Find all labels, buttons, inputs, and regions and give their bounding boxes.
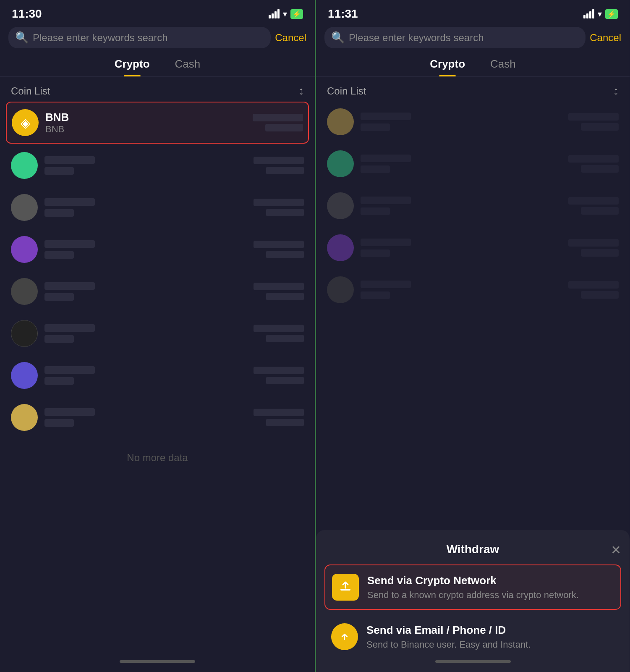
sort-icon-right[interactable]: ↕	[613, 84, 619, 97]
wifi-icon-left: ▾	[283, 9, 287, 19]
blurred-val-r3a	[568, 197, 619, 205]
coin-amount-r5	[568, 281, 619, 299]
blurred-val-r5a	[568, 281, 619, 289]
blurred-val-6a	[254, 325, 304, 332]
coin-info-7	[44, 366, 254, 385]
coin-item-4[interactable]	[6, 229, 309, 270]
blurred-val-r3b	[581, 207, 619, 215]
blurred-name-r1	[361, 113, 411, 120]
blurred-val-5b	[266, 293, 304, 300]
tab-crypto-right[interactable]: Crypto	[430, 58, 465, 76]
search-input-right[interactable]: 🔍 Please enter keywords search	[324, 27, 586, 48]
option-title-email: Send via Email / Phone / ID	[366, 624, 531, 637]
coin-amount-7	[254, 367, 304, 384]
coin-amount-8	[254, 409, 304, 426]
blurred-sym-r3	[361, 207, 390, 215]
wifi-icon-right: ▾	[598, 9, 602, 19]
option-email-phone[interactable]: Send via Email / Phone / ID Send to Bina…	[324, 615, 621, 659]
tabs-right: Crypto Cash	[316, 52, 630, 77]
coin-item-r1	[322, 102, 624, 142]
coin-item-7[interactable]	[6, 355, 309, 396]
blurred-val-2b	[266, 167, 304, 174]
coin-name-bnb: BNB	[45, 111, 253, 124]
blurred-val-r2b	[581, 165, 619, 173]
cancel-button-right[interactable]: Cancel	[590, 32, 621, 44]
search-placeholder-right: Please enter keywords search	[349, 32, 484, 44]
tab-cash-right[interactable]: Cash	[490, 58, 516, 76]
option-crypto-network[interactable]: Send via Crypto Network Send to a known …	[324, 564, 621, 610]
blurred-amount-2	[265, 124, 303, 131]
blurred-name-6	[44, 324, 95, 332]
coin-info-3	[44, 198, 254, 217]
tabs-left: Crypto Cash	[0, 52, 315, 77]
right-panel: 11:31 ▾ ⚡ 🔍 Please enter keywords search…	[315, 0, 630, 672]
blurred-sym-4	[44, 251, 74, 259]
coin-icon-4	[11, 236, 38, 263]
coin-list-left: ◈ BNB BNB	[0, 102, 315, 655]
blurred-name-r2	[361, 155, 411, 162]
coin-amount-2	[254, 157, 304, 174]
upload-icon	[332, 574, 359, 601]
blurred-val-r5b	[581, 291, 619, 299]
status-icons-left: ▾ ⚡	[269, 9, 303, 19]
coin-info-8	[44, 408, 254, 427]
blurred-sym-r5	[361, 291, 390, 299]
coin-item-bnb[interactable]: ◈ BNB BNB	[6, 102, 309, 144]
blurred-name-7	[44, 366, 95, 374]
blurred-name-r4	[361, 239, 411, 246]
blurred-val-r2a	[568, 155, 619, 163]
coin-icon-8	[11, 404, 38, 431]
blurred-name-r3	[361, 197, 411, 204]
status-time-right: 11:31	[328, 7, 358, 21]
coin-amount-r1	[568, 113, 619, 131]
blurred-val-r4a	[568, 239, 619, 247]
coin-item-5[interactable]	[6, 271, 309, 312]
tab-crypto-left[interactable]: Crypto	[115, 58, 150, 76]
sheet-title: Withdraw	[447, 543, 499, 556]
coin-info-6	[44, 324, 254, 343]
cancel-button-left[interactable]: Cancel	[275, 32, 306, 44]
blurred-name-r5	[361, 281, 411, 288]
blurred-val-3a	[254, 199, 304, 206]
coin-item-r5	[322, 270, 624, 310]
coin-item-3[interactable]	[6, 187, 309, 228]
blurred-val-5a	[254, 283, 304, 290]
tab-cash-left[interactable]: Cash	[175, 58, 201, 76]
blurred-name-3	[44, 198, 95, 206]
bottom-sheet: Withdraw ✕ Send via Crypto Network Send …	[316, 530, 630, 672]
status-icons-right: ▾ ⚡	[583, 9, 618, 19]
sheet-close-button[interactable]: ✕	[611, 543, 621, 557]
search-input-left[interactable]: 🔍 Please enter keywords search	[8, 27, 271, 48]
coin-amount-3	[254, 199, 304, 216]
blurred-val-2a	[254, 157, 304, 164]
blurred-sym-7	[44, 377, 74, 385]
coin-icon-2	[11, 152, 38, 179]
blurred-name-5	[44, 282, 95, 290]
blurred-name-2	[44, 156, 95, 164]
blurred-sym-r2	[361, 165, 390, 173]
coin-item-8[interactable]	[6, 397, 309, 438]
blurred-amount-1	[253, 114, 303, 121]
search-icon-right: 🔍	[331, 31, 345, 44]
coin-icon-3	[11, 194, 38, 221]
coin-item-r3	[322, 186, 624, 226]
coin-list-header-left: Coin List ↕	[0, 77, 315, 102]
coin-icon-r5	[327, 276, 354, 303]
blurred-name-8	[44, 408, 95, 416]
coin-symbol-bnb: BNB	[45, 124, 253, 135]
coin-item-6[interactable]	[6, 313, 309, 354]
blurred-sym-r4	[361, 249, 390, 257]
coin-info-r1	[361, 113, 568, 131]
blurred-val-r1a	[568, 113, 619, 121]
home-indicator-left	[0, 655, 315, 672]
svg-rect-0	[340, 589, 350, 591]
search-bar-right: 🔍 Please enter keywords search Cancel	[316, 24, 630, 52]
home-bar-right	[435, 660, 511, 663]
signal-icon-right	[583, 9, 594, 18]
coin-item-2[interactable]	[6, 145, 309, 186]
sort-icon-left[interactable]: ↕	[298, 84, 304, 97]
option-info-crypto: Send via Crypto Network Send to a known …	[367, 574, 579, 601]
blurred-val-6b	[266, 335, 304, 342]
blurred-val-r4b	[581, 249, 619, 257]
blurred-sym-6	[44, 335, 74, 343]
